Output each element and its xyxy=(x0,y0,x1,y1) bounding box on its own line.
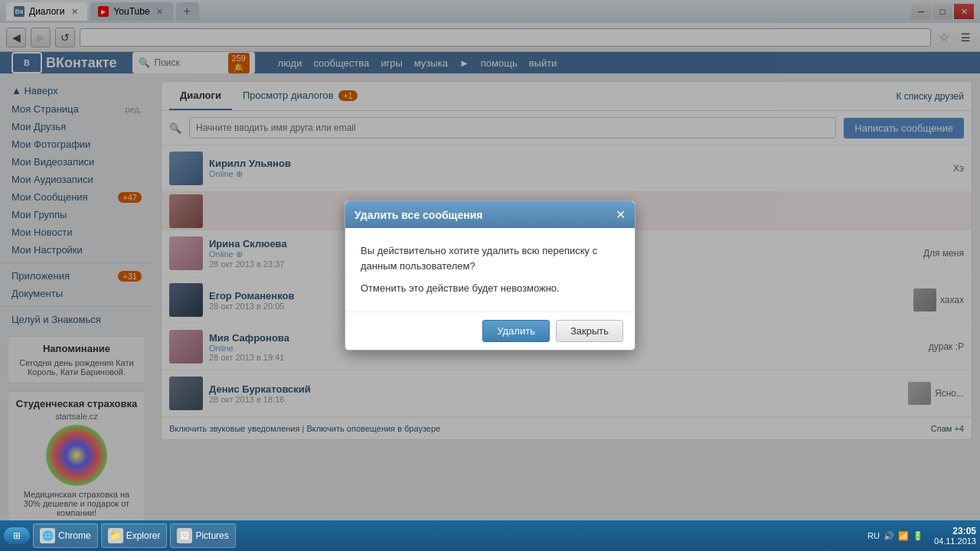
dialog-footer: Удалить Закрыть xyxy=(345,311,635,350)
battery-icon: 🔋 xyxy=(913,531,923,541)
taskbar: ⊞ 🌐 Chrome 📁 Explorer 🖼 Pictures RU 🔊 📶 … xyxy=(0,520,980,551)
chrome-label: Chrome xyxy=(58,530,91,541)
dialog-text1: Вы действительно хотите удалить всю пере… xyxy=(361,243,619,273)
pictures-label: Pictures xyxy=(195,530,228,541)
start-button[interactable]: ⊞ xyxy=(4,527,30,544)
taskbar-time: 23:05 xyxy=(934,526,976,536)
taskbar-app-pictures[interactable]: 🖼 Pictures xyxy=(170,523,235,548)
start-icon: ⊞ xyxy=(13,530,21,541)
chrome-icon: 🌐 xyxy=(40,528,55,543)
delete-confirm-button[interactable]: Удалить xyxy=(482,320,550,342)
taskbar-sys-tray: RU 🔊 📶 🔋 23:05 04.11.2013 xyxy=(863,526,976,546)
taskbar-sys-icons: RU 🔊 📶 🔋 xyxy=(863,531,928,541)
dialog-close-x-button[interactable]: ✕ xyxy=(616,207,626,222)
taskbar-date: 04.11.2013 xyxy=(934,536,976,546)
dialog-title: Удалить все сообщения xyxy=(354,209,482,221)
explorer-label: Explorer xyxy=(126,530,161,541)
volume-icon: 🔊 xyxy=(884,531,894,541)
dialog-body: Вы действительно хотите удалить всю пере… xyxy=(345,228,635,311)
taskbar-app-chrome[interactable]: 🌐 Chrome xyxy=(33,523,98,548)
taskbar-app-explorer[interactable]: 📁 Explorer xyxy=(101,523,168,548)
close-dialog-button[interactable]: Закрыть xyxy=(556,320,623,342)
network-icon: 📶 xyxy=(898,531,909,541)
delete-dialog: Удалить все сообщения ✕ Вы действительно… xyxy=(345,201,635,350)
lang-indicator: RU xyxy=(867,531,880,540)
dialog-overlay: Удалить все сообщения ✕ Вы действительно… xyxy=(0,0,980,551)
dialog-header: Удалить все сообщения ✕ xyxy=(345,201,635,228)
pictures-icon: 🖼 xyxy=(177,528,192,543)
explorer-icon: 📁 xyxy=(108,528,123,543)
taskbar-clock: 23:05 04.11.2013 xyxy=(934,526,976,546)
dialog-text2: Отменить это действие будет невозможно. xyxy=(361,281,619,296)
